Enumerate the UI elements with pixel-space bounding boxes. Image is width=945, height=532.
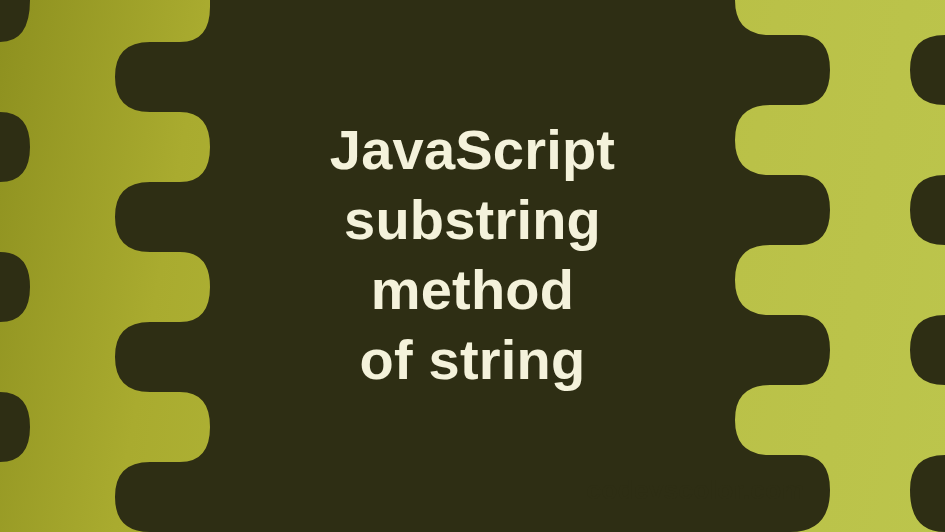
title-line-3: method [330,255,615,325]
banner-graphic: JavaScript substring method of string co… [0,0,945,532]
banner-title: JavaScript substring method of string [330,115,615,395]
title-line-2: substring [330,185,615,255]
title-line-4: of string [330,325,615,395]
site-watermark: codevscolor.com [587,475,805,506]
title-line-1: JavaScript [330,115,615,185]
